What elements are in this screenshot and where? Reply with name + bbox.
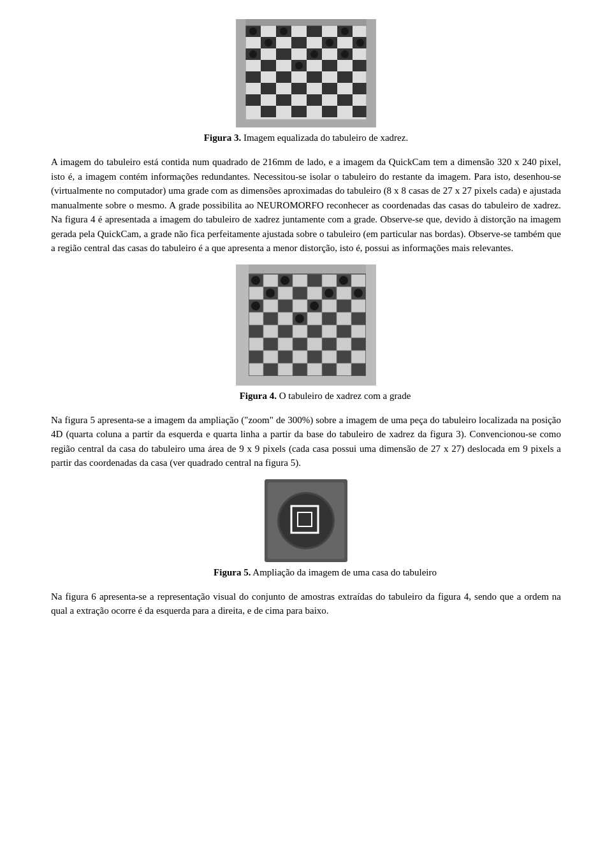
svg-rect-66	[249, 325, 263, 338]
svg-rect-73	[351, 338, 366, 351]
figure-3-caption-text: Imagem equalizada do tabuleiro de xadrez…	[241, 133, 408, 143]
svg-point-36	[341, 27, 349, 35]
svg-rect-19	[276, 71, 291, 83]
svg-rect-55	[293, 287, 307, 300]
svg-rect-64	[322, 312, 337, 325]
svg-rect-17	[353, 60, 368, 71]
svg-rect-52	[307, 274, 322, 287]
svg-rect-69	[337, 325, 351, 338]
svg-rect-74	[249, 351, 263, 363]
svg-point-102	[339, 276, 348, 285]
figure-4-caption: Figura 4. O tabuleiro de xadrez com a gr…	[201, 391, 411, 401]
svg-rect-18	[245, 71, 261, 83]
svg-rect-79	[293, 363, 307, 376]
svg-rect-28	[307, 94, 322, 106]
figure-5-caption: Figura 5. Ampliação da imagem de uma cas…	[175, 567, 437, 578]
figure-5-caption-bold: Figura 5.	[214, 567, 251, 577]
figure-3-image	[236, 19, 376, 127]
svg-rect-80	[322, 363, 337, 376]
figure-4-image	[236, 264, 376, 386]
paragraph-2: Na figura 5 apresenta-se a imagem da amp…	[51, 413, 561, 470]
svg-rect-23	[291, 83, 307, 94]
svg-rect-75	[278, 351, 293, 363]
svg-point-116	[279, 494, 333, 547]
svg-rect-16	[322, 60, 337, 71]
svg-rect-67	[278, 325, 293, 338]
svg-point-101	[280, 276, 289, 285]
svg-rect-71	[293, 338, 307, 351]
svg-rect-29	[337, 94, 353, 106]
svg-point-34	[249, 27, 257, 35]
svg-point-107	[310, 301, 319, 310]
figure-4-caption-text: O tabuleiro de xadrez com a grade	[277, 391, 411, 401]
svg-point-42	[341, 50, 349, 58]
svg-point-104	[324, 289, 333, 298]
svg-rect-112	[236, 376, 376, 386]
svg-rect-24	[322, 83, 337, 94]
svg-rect-65	[351, 312, 366, 325]
paragraph-1: A imagem do tabuleiro está contida num q…	[51, 155, 561, 256]
svg-rect-72	[322, 338, 337, 351]
figure-3-container: Figura 3. Imagem equalizada do tabuleiro…	[51, 19, 561, 143]
figure-4-caption-bold: Figura 4.	[240, 391, 277, 401]
svg-point-100	[251, 276, 260, 285]
svg-point-105	[354, 289, 363, 298]
svg-rect-110	[236, 264, 249, 386]
svg-rect-111	[366, 264, 376, 386]
svg-rect-45	[236, 19, 245, 127]
svg-rect-68	[307, 325, 322, 338]
svg-rect-7	[291, 37, 307, 48]
svg-rect-62	[263, 312, 278, 325]
svg-rect-78	[263, 363, 278, 376]
svg-point-41	[310, 50, 318, 58]
svg-rect-59	[278, 300, 293, 312]
svg-point-43	[295, 62, 303, 69]
svg-rect-27	[276, 94, 291, 106]
figure-5-caption-text: Ampliação da imagem de uma casa do tabul…	[251, 567, 437, 577]
svg-rect-46	[367, 19, 376, 127]
svg-rect-77	[337, 351, 351, 363]
figure-4-container: Figura 4. O tabuleiro de xadrez com a gr…	[51, 264, 561, 401]
svg-rect-22	[261, 83, 276, 94]
page-content: Figura 3. Imagem equalizada do tabuleiro…	[51, 19, 561, 618]
svg-point-108	[295, 314, 304, 323]
paragraph-3: Na figura 6 apresenta-se a representação…	[51, 590, 561, 618]
svg-rect-11	[276, 48, 291, 60]
svg-point-35	[280, 27, 288, 35]
figure-5-image	[265, 479, 347, 562]
figure-5-container: Figura 5. Ampliação da imagem de uma cas…	[51, 479, 561, 578]
svg-rect-4	[307, 25, 322, 37]
svg-rect-70	[263, 338, 278, 351]
svg-point-103	[266, 289, 275, 298]
svg-rect-26	[245, 94, 261, 106]
figure-3-caption: Figura 3. Imagem equalizada do tabuleiro…	[204, 133, 408, 143]
svg-rect-33	[353, 106, 368, 117]
svg-rect-14	[261, 60, 276, 71]
svg-rect-47	[236, 120, 376, 127]
svg-rect-21	[337, 71, 353, 83]
svg-rect-20	[307, 71, 322, 83]
svg-rect-31	[291, 106, 307, 117]
svg-rect-61	[337, 300, 351, 312]
svg-rect-32	[322, 106, 337, 117]
svg-point-106	[251, 301, 260, 310]
svg-rect-30	[261, 106, 276, 117]
svg-rect-76	[307, 351, 322, 363]
svg-point-40	[249, 50, 257, 58]
svg-point-39	[356, 39, 364, 47]
svg-point-37	[265, 39, 272, 47]
figure-3-caption-bold: Figura 3.	[204, 133, 241, 143]
svg-rect-25	[353, 83, 368, 94]
svg-point-38	[326, 39, 333, 47]
svg-rect-81	[351, 363, 366, 376]
